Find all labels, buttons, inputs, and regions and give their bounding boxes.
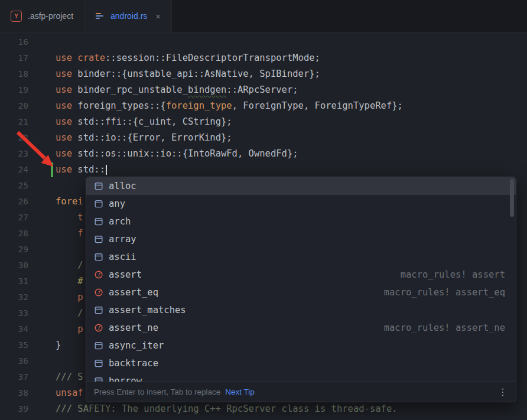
line-number[interactable]: 20	[0, 98, 28, 114]
code-line[interactable]: 18use binder::{unstable_api::AsNative, S…	[0, 66, 527, 82]
line-number[interactable]: 33	[0, 305, 28, 321]
line-number[interactable]: 34	[0, 321, 28, 337]
line-number[interactable]: 37	[0, 369, 28, 385]
module-icon	[94, 181, 103, 191]
code-text: f	[56, 228, 83, 239]
completion-item[interactable]: array	[86, 230, 516, 248]
completion-item[interactable]: alloc	[86, 177, 516, 195]
line-number[interactable]: 31	[0, 274, 28, 289]
completion-item[interactable]: fassertmacro_rules! assert	[86, 266, 516, 284]
code-text: forei	[56, 196, 83, 207]
module-icon	[94, 305, 103, 315]
completion-item[interactable]: any	[86, 195, 516, 213]
completion-label: async_iter	[109, 340, 164, 351]
completion-item[interactable]: fassert_eqmacro_rules! assert_eq	[86, 284, 516, 301]
completion-item[interactable]: borrow	[86, 372, 516, 382]
completion-item[interactable]: ascii	[86, 248, 516, 266]
completion-item[interactable]: assert_matches	[86, 301, 516, 319]
completion-item[interactable]: fassert_nemacro_rules! assert_ne	[86, 319, 516, 337]
code-line[interactable]: 17use crate::session::FileDescriptorTran…	[0, 50, 527, 66]
line-number[interactable]: 32	[0, 289, 28, 305]
completion-popup: allocanyarcharrayasciifassertmacro_rules…	[86, 177, 516, 402]
code-text: unsaf	[56, 388, 83, 398]
code-text: p	[56, 324, 83, 334]
code-text: use std::	[56, 164, 107, 175]
completion-label: assert_ne	[109, 323, 158, 333]
code-text: use std::ffi::{c_uint, CString};	[56, 116, 232, 127]
line-number[interactable]: 30	[0, 258, 28, 274]
code-line[interactable]: 22use std::io::{Error, ErrorKind};	[0, 130, 527, 146]
line-number[interactable]: 19	[0, 82, 28, 98]
completion-label: backtrace	[109, 358, 158, 369]
line-number[interactable]: 17	[0, 50, 28, 66]
line-number[interactable]: 23	[0, 146, 28, 162]
more-options-icon[interactable]: ⋮	[498, 386, 508, 398]
code-line[interactable]: 24use std::	[0, 162, 527, 178]
rust-file-icon	[95, 11, 105, 21]
completion-item[interactable]: async_iter	[86, 337, 516, 354]
line-number[interactable]: 39	[0, 401, 28, 417]
code-line[interactable]: 21use std::ffi::{c_uint, CString};	[0, 114, 527, 130]
code-text: use std::os::unix::io::{IntoRawFd, Owned…	[56, 148, 298, 159]
line-number[interactable]: 29	[0, 242, 28, 258]
line-number[interactable]: 25	[0, 178, 28, 194]
line-number[interactable]: 18	[0, 66, 28, 82]
code-text: /// SAFETY: The underlying C++ RpcServer…	[56, 403, 398, 414]
completion-label: borrow	[109, 376, 142, 382]
completion-label: array	[109, 234, 136, 245]
code-text: use binder_rpc_unstable_bindgen::ARpcSer…	[56, 84, 298, 95]
completion-item[interactable]: arch	[86, 213, 516, 230]
line-number[interactable]: 22	[0, 130, 28, 146]
line-number[interactable]: 21	[0, 114, 28, 130]
completion-hint: macro_rules! assert_ne	[384, 323, 505, 333]
code-text: use std::io::{Error, ErrorKind};	[56, 132, 232, 143]
code-text: use foreign_types::{foreign_type, Foreig…	[56, 100, 403, 111]
line-number[interactable]: 35	[0, 337, 28, 353]
line-number[interactable]: 38	[0, 385, 28, 401]
close-icon[interactable]: ×	[155, 12, 161, 21]
module-icon	[94, 199, 103, 209]
completion-list: allocanyarcharrayasciifassertmacro_rules…	[86, 177, 516, 382]
module-icon	[94, 252, 103, 262]
completion-item[interactable]: backtrace	[86, 354, 516, 372]
completion-hint: macro_rules! assert	[401, 269, 505, 280]
ide-window: Y .asfp-project android.rs × 1617use cra…	[0, 0, 527, 420]
completion-label: any	[109, 198, 125, 209]
next-tip-link[interactable]: Next Tip	[225, 388, 255, 396]
code-text: /// S	[56, 372, 83, 382]
code-text: }	[56, 340, 61, 350]
tab-asfp-project[interactable]: Y .asfp-project	[0, 0, 84, 32]
tab-label-asfp-project: .asfp-project	[28, 11, 73, 21]
code-line[interactable]: 19use binder_rpc_unstable_bindgen::ARpcS…	[0, 82, 527, 98]
completion-label: assert	[109, 269, 142, 280]
line-number[interactable]: 26	[0, 194, 28, 210]
code-text: p	[56, 292, 83, 302]
code-text: #	[56, 276, 83, 286]
code-text: use crate::session::FileDescriptorTransp…	[56, 53, 320, 63]
completion-label: ascii	[109, 252, 136, 262]
completion-footer: Press Enter to insert, Tab to replace Ne…	[86, 382, 516, 402]
completion-hint: macro_rules! assert_eq	[384, 287, 505, 298]
project-y-icon: Y	[11, 11, 22, 22]
code-line[interactable]: 23use std::os::unix::io::{IntoRawFd, Own…	[0, 146, 527, 162]
popup-scrollbar-thumb[interactable]	[510, 179, 514, 217]
line-number[interactable]: 24	[0, 162, 28, 178]
completion-label: alloc	[109, 181, 136, 191]
code-line[interactable]: 20use foreign_types::{foreign_type, Fore…	[0, 98, 527, 114]
tab-label-android-rs: android.rs	[110, 11, 147, 21]
tab-android-rs[interactable]: android.rs ×	[84, 0, 172, 32]
code-text: /	[56, 260, 83, 271]
code-line[interactable]: 39/// SAFETY: The underlying C++ RpcServ…	[0, 401, 527, 417]
completion-label: assert_matches	[109, 305, 186, 315]
code-line[interactable]: 16	[0, 34, 527, 50]
module-icon	[94, 217, 103, 226]
module-icon	[94, 376, 103, 382]
macro-icon: f	[94, 288, 103, 297]
module-icon	[94, 235, 103, 244]
line-number[interactable]: 36	[0, 353, 28, 369]
line-number[interactable]: 27	[0, 210, 28, 226]
editor-tab-bar: Y .asfp-project android.rs ×	[0, 0, 527, 32]
completion-label: arch	[109, 216, 131, 227]
line-number[interactable]: 28	[0, 226, 28, 242]
line-number[interactable]: 16	[0, 34, 28, 50]
